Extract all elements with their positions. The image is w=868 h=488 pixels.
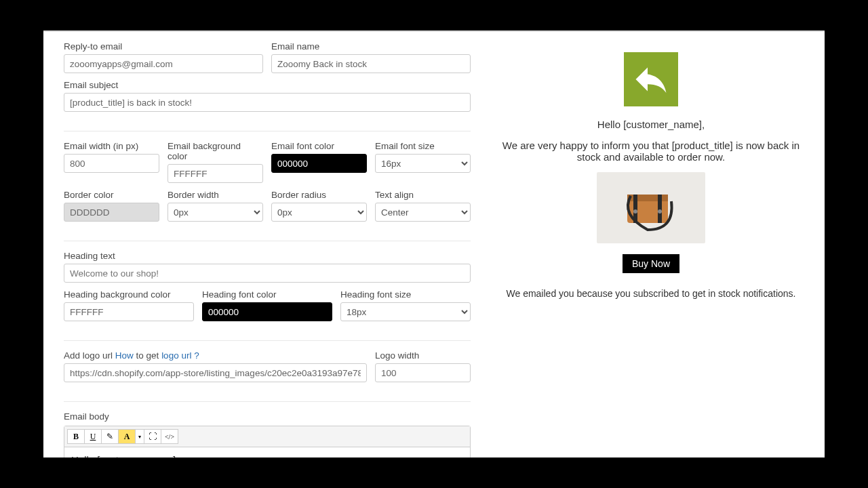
border-width-select[interactable]: 0px: [167, 203, 263, 222]
border-radius-label: Border radius: [271, 190, 367, 200]
reply-to-input[interactable]: [64, 54, 263, 73]
border-color-label: Border color: [64, 190, 159, 200]
preview-greeting: Hello [customer_name],: [491, 119, 811, 130]
font-color-dropdown[interactable]: ▾: [135, 429, 144, 444]
email-preview: Hello [customer_name], We are very happy…: [471, 32, 825, 458]
bold-button[interactable]: B: [67, 429, 85, 444]
email-body-label: Email body: [64, 411, 471, 422]
reply-to-label: Reply-to email: [64, 41, 263, 52]
email-font-color-label: Email font color: [271, 141, 367, 151]
code-view-button[interactable]: </>: [161, 429, 178, 444]
text-align-select[interactable]: Center: [375, 203, 471, 222]
email-width-input[interactable]: [64, 154, 159, 173]
rte-body[interactable]: Hello [customer_name],: [64, 447, 470, 458]
rte-toolbar: B U ✎ A ▾ ⛶ </>: [64, 426, 470, 447]
svg-point-5: [658, 209, 662, 214]
heading-font-color-input[interactable]: [202, 302, 332, 321]
text-align-label: Text align: [375, 190, 471, 200]
email-font-size-label: Email font size: [375, 141, 471, 151]
email-font-size-select[interactable]: 16px: [375, 154, 471, 173]
eraser-icon: ✎: [106, 432, 113, 442]
border-color-input[interactable]: [64, 203, 159, 222]
email-bg-input[interactable]: [167, 164, 263, 183]
eraser-button[interactable]: ✎: [101, 429, 119, 444]
logo-width-label: Logo width: [375, 350, 471, 361]
how-link[interactable]: How: [115, 350, 134, 361]
email-subject-label: Email subject: [64, 80, 471, 90]
email-subject-input[interactable]: [64, 93, 471, 112]
rich-text-editor: B U ✎ A ▾ ⛶ </> Hello [customer_name],: [64, 426, 471, 458]
preview-message: We are very happy to inform you that [pr…: [491, 140, 811, 163]
heading-bg-input[interactable]: [64, 302, 194, 321]
fullscreen-button[interactable]: ⛶: [144, 429, 161, 444]
expand-icon: ⛶: [149, 432, 157, 442]
heading-text-input[interactable]: [64, 264, 471, 283]
email-width-label: Email width (in px): [64, 141, 159, 151]
email-name-input[interactable]: [271, 54, 471, 73]
reply-arrow-icon: [631, 59, 671, 100]
logo-width-input[interactable]: [375, 363, 471, 382]
border-width-label: Border width: [167, 190, 263, 200]
heading-font-color-label: Heading font color: [202, 289, 332, 300]
preview-logo: [624, 52, 678, 106]
svg-point-4: [633, 209, 637, 214]
logo-url-link[interactable]: logo url ?: [161, 350, 199, 361]
border-radius-select[interactable]: 0px: [271, 203, 367, 222]
heading-font-size-label: Heading font size: [340, 289, 471, 300]
email-font-color-input[interactable]: [271, 154, 367, 173]
email-name-label: Email name: [271, 41, 471, 52]
logo-url-input[interactable]: [64, 363, 367, 382]
svg-rect-3: [658, 195, 662, 223]
heading-font-size-select[interactable]: 18px: [340, 302, 471, 321]
font-color-button[interactable]: A: [118, 429, 136, 444]
heading-bg-label: Heading background color: [64, 289, 194, 300]
buy-now-button[interactable]: Buy Now: [623, 254, 679, 273]
email-bg-label: Email background color: [167, 141, 263, 161]
logo-url-label: Add logo url How to get logo url ?: [64, 350, 367, 361]
preview-product-image: [597, 172, 705, 243]
underline-button[interactable]: U: [84, 429, 102, 444]
preview-footnote: We emailed you because you subscribed to…: [491, 288, 811, 299]
heading-text-label: Heading text: [64, 251, 471, 261]
